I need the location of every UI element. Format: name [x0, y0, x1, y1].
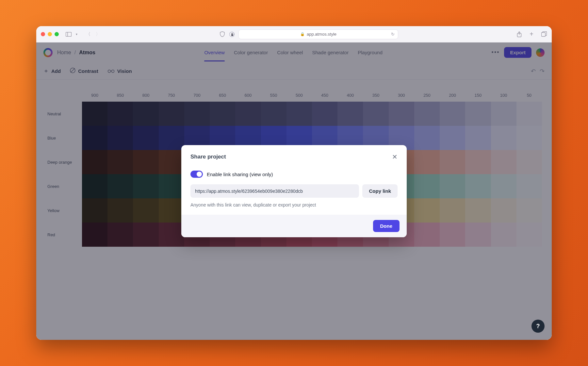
- back-icon[interactable]: 〈: [85, 31, 91, 38]
- copy-link-button[interactable]: Copy link: [362, 184, 398, 198]
- url-bar[interactable]: 🔒 app.atmos.style ↻: [238, 29, 398, 39]
- window-close-icon[interactable]: [41, 32, 45, 36]
- window-zoom-icon[interactable]: [55, 32, 59, 36]
- forward-icon[interactable]: 〉: [95, 31, 101, 38]
- close-icon[interactable]: ✕: [392, 153, 398, 161]
- window-minimize-icon[interactable]: [48, 32, 52, 36]
- svg-rect-0: [66, 32, 72, 36]
- dropdown-icon[interactable]: ▾: [73, 31, 80, 38]
- sidebar-icon[interactable]: [65, 31, 72, 38]
- sharing-toggle-label: Enable link sharing (view only): [207, 172, 273, 177]
- svg-rect-6: [541, 33, 545, 37]
- app-viewport: Home / Atmos OverviewColor generatorColo…: [36, 42, 552, 340]
- tabs-overview-icon[interactable]: [541, 31, 547, 38]
- traffic-lights: [41, 32, 59, 36]
- privacy-icon[interactable]: [229, 31, 235, 38]
- share-icon[interactable]: [516, 31, 522, 38]
- help-button[interactable]: ?: [531, 320, 545, 333]
- share-modal: Share project ✕ Enable link sharing (vie…: [181, 145, 407, 237]
- share-url-input[interactable]: [190, 184, 359, 198]
- browser-toolbar: ▾ 〈 〉 🔒 app.atmos.style ↻ +: [36, 26, 552, 42]
- svg-rect-3: [231, 34, 233, 36]
- browser-window: ▾ 〈 〉 🔒 app.atmos.style ↻ +: [36, 26, 552, 340]
- sharing-toggle[interactable]: [190, 171, 203, 178]
- new-tab-icon[interactable]: +: [528, 31, 535, 38]
- reload-icon[interactable]: ↻: [391, 32, 395, 37]
- shield-icon[interactable]: [219, 31, 225, 38]
- share-hint: Anyone with this link can view, duplicat…: [190, 202, 398, 208]
- url-text: app.atmos.style: [307, 32, 336, 37]
- help-icon: ?: [536, 323, 540, 330]
- modal-title: Share project: [190, 154, 226, 160]
- lock-icon: 🔒: [300, 32, 305, 36]
- modal-overlay[interactable]: Share project ✕ Enable link sharing (vie…: [36, 42, 552, 340]
- done-button[interactable]: Done: [373, 220, 400, 232]
